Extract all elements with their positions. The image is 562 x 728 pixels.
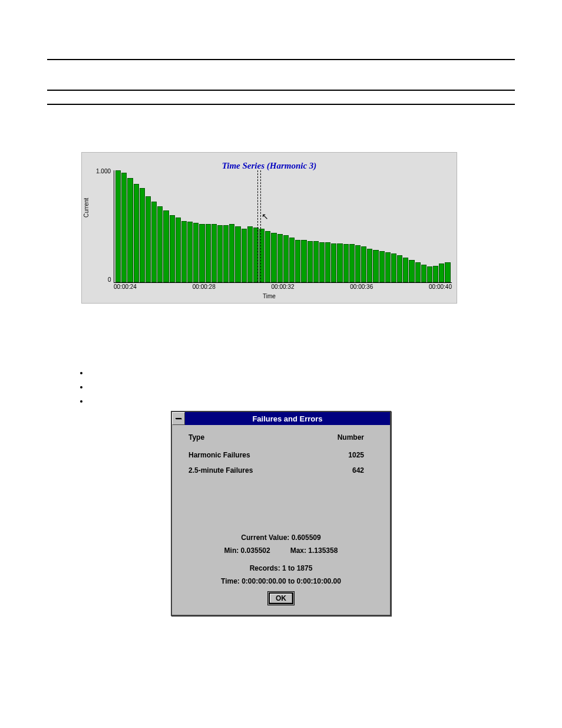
document-page: Time Series (Harmonic 3) Current 1.000 0… — [0, 0, 562, 728]
records-label: Records: 1 to 1875 — [183, 562, 379, 575]
chart-bar — [176, 218, 181, 282]
col-number: Number — [338, 433, 364, 442]
chart-bar — [343, 244, 349, 282]
cell-type: Harmonic Failures — [189, 451, 250, 459]
chart-bar — [277, 234, 283, 282]
plot-area — [114, 170, 452, 283]
chart-bar — [229, 224, 234, 282]
chart-bar — [140, 188, 145, 282]
chart-bar — [391, 253, 396, 282]
failures-dialog: Failures and Errors Type Number Harmonic… — [171, 411, 391, 616]
x-axis-label: Time — [82, 293, 457, 299]
x-tick: 00:00:32 — [272, 284, 295, 290]
chart-bar — [283, 235, 289, 282]
time-range-label: Time: 0:00:00:00.00 to 0:00:10:00.00 — [183, 575, 379, 588]
chart-bar — [134, 184, 139, 282]
divider — [47, 59, 515, 60]
cell-number: 1025 — [348, 451, 364, 459]
chart-bar — [235, 226, 240, 282]
chart-bar — [385, 252, 391, 282]
chart-bar — [361, 246, 366, 282]
x-tick: 00:00:36 — [350, 284, 373, 290]
chart-bar — [397, 255, 402, 282]
time-series-chart: Time Series (Harmonic 3) Current 1.000 0… — [81, 152, 457, 304]
spacer — [183, 478, 379, 531]
ok-button-frame: OK — [267, 591, 295, 605]
dialog-body: Type Number Harmonic Failures 1025 2.5-m… — [172, 425, 390, 615]
divider — [47, 104, 515, 105]
cell-type: 2.5-minute Failures — [189, 466, 253, 475]
chart-bar — [127, 178, 133, 282]
chart-bar — [265, 231, 270, 282]
chart-title: Time Series (Harmonic 3) — [82, 161, 457, 171]
y-axis-label: Current — [83, 198, 90, 218]
chart-bar — [319, 242, 325, 282]
chart-bar — [355, 245, 361, 282]
col-type: Type — [189, 433, 204, 442]
chart-bar — [433, 266, 438, 283]
chart-bar — [439, 263, 444, 282]
chart-bar — [415, 262, 421, 282]
chart-bar — [223, 225, 229, 282]
chart-bar — [373, 250, 378, 282]
min-max-row: Min: 0.035502 Max: 1.135358 — [183, 544, 379, 562]
y-tick: 1.000 — [96, 168, 111, 174]
max-label: Max: 1.135358 — [290, 546, 338, 555]
chart-cursor[interactable] — [257, 170, 258, 282]
list-item — [88, 397, 515, 403]
chart-bar — [295, 240, 300, 282]
dialog-title-bar[interactable]: Failures and Errors — [172, 412, 390, 425]
chart-bar — [151, 202, 157, 282]
chart-bar — [301, 240, 306, 282]
chart-bar — [349, 244, 355, 282]
cell-number: 642 — [352, 466, 364, 475]
chart-bar — [170, 215, 175, 282]
chart-cursor[interactable] — [260, 170, 261, 282]
table-row: Harmonic Failures 1025 — [183, 447, 379, 463]
system-menu-icon[interactable] — [172, 412, 185, 425]
chart-bar — [187, 222, 193, 282]
list-item — [88, 368, 515, 374]
chart-bar — [247, 226, 253, 282]
chart-bar — [121, 173, 127, 282]
chart-bar — [193, 223, 199, 282]
x-tick: 00:00:28 — [193, 284, 216, 290]
chart-bar — [211, 224, 217, 282]
chart-bar — [325, 242, 330, 282]
chart-bar — [421, 265, 427, 282]
x-tick: 00:00:24 — [114, 284, 137, 290]
chart-bar — [181, 221, 187, 283]
chart-bar — [337, 243, 342, 283]
x-tick: 00:00:40 — [429, 284, 452, 290]
current-value-label: Current Value: 0.605509 — [183, 531, 379, 544]
ok-button[interactable]: OK — [269, 592, 293, 604]
chart-bar — [242, 229, 247, 282]
chart-bar — [331, 243, 336, 283]
dialog-title: Failures and Errors — [185, 412, 390, 425]
chart-bar — [445, 262, 450, 282]
min-label: Min: 0.035502 — [224, 546, 270, 555]
list-item — [88, 383, 515, 388]
chart-bar — [427, 266, 432, 282]
chart-bar — [379, 251, 385, 282]
table-row: 2.5-minute Failures 642 — [183, 463, 379, 478]
y-tick: 0 — [108, 276, 111, 283]
chart-bar — [409, 260, 414, 282]
chart-bar — [146, 196, 151, 282]
chart-bar — [115, 170, 121, 282]
chart-bar — [271, 233, 276, 282]
chart-bar — [157, 206, 163, 282]
chart-bar — [199, 224, 204, 282]
chart-bar — [403, 258, 408, 282]
chart-bar — [308, 241, 313, 282]
bullet-list — [88, 368, 515, 403]
chart-bar — [313, 241, 319, 282]
chart-bar — [217, 225, 223, 282]
chart-bar — [206, 224, 211, 282]
table-header: Type Number — [183, 431, 379, 447]
x-ticks: 00:00:24 00:00:28 00:00:32 00:00:36 00:0… — [114, 284, 452, 290]
chart-bar — [289, 238, 295, 282]
chart-bar — [367, 249, 372, 282]
chart-bar — [163, 210, 168, 282]
divider — [47, 90, 515, 91]
